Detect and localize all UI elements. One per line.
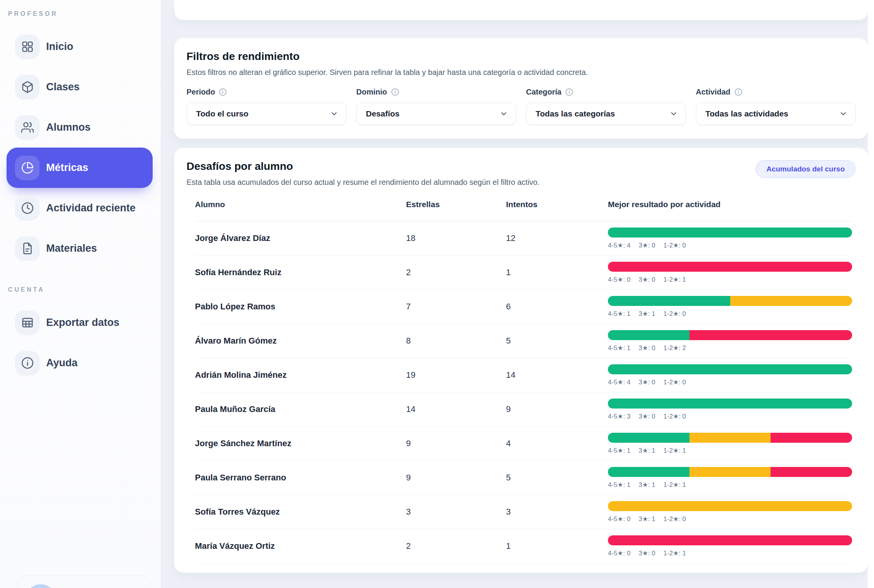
result-stacked-bar [608,535,852,545]
attempts-value: 12 [506,233,608,243]
attempts-value: 3 [506,507,608,517]
avatar [26,584,56,588]
stars-value: 7 [406,302,506,312]
document-icon [21,242,34,255]
filter-select-periodo[interactable]: Todo el curso [186,103,346,125]
sidebar-item-label: Materiales [46,243,97,254]
filter-select-value: Todas las actividades [706,109,789,118]
filter-select-value: Todo el curso [196,109,248,118]
filter-select-dominio[interactable]: Desafíos [356,103,516,125]
attempts-value: 6 [506,302,608,312]
table-row: María Vázquez Ortiz 2 1 4-5★: 0 3★: 0 1-… [195,529,852,563]
filter-grid: Periodo Todo el curso Dominio [186,88,856,125]
previous-card-bottom [174,0,868,20]
info-icon[interactable] [565,88,573,96]
filter-select-actividad[interactable]: Todas las actividades [696,103,856,125]
accumulated-badge: Acumulados del curso [756,160,856,178]
student-name: Paula Muñoz García [195,404,406,414]
filter-field-label: Dominio [356,88,387,96]
sidebar-item-label: Alumnos [46,121,91,133]
column-header-estrellas: Estrellas [406,200,506,209]
sidebar-item-clases[interactable]: Clases [7,67,153,107]
stars-value: 9 [406,439,506,448]
attempts-value: 14 [506,370,608,380]
stars-value: 14 [406,404,506,414]
table-row: Jorge Sánchez Martínez 9 4 4-5★: 1 3★: 1… [195,427,852,461]
table-row: Sofía Hernández Ruiz 2 1 4-5★: 0 3★: 0 1… [195,256,852,290]
table-row: Sofía Torres Vázquez 3 3 4-5★: 0 3★: 1 1… [195,495,852,529]
student-name: Pablo López Ramos [195,302,406,312]
sidebar-item-metricas[interactable]: Métricas [7,148,153,188]
students-table: Alumno Estrellas Intentos Mejor resultad… [195,200,852,563]
clock-icon [21,202,34,214]
filters-description: Estos filtros no alteran el gráfico supe… [186,68,856,77]
student-name: Álvaro Marín Gómez [195,336,406,346]
table-row: Adrián Molina Jiménez 19 14 4-5★: 4 3★: … [195,358,852,392]
sidebar-nav-profesor: Inicio Clases Alumnos Métricas Actividad… [0,27,161,269]
table-row: Jorge Álvarez Díaz 18 12 4-5★: 4 3★: 0 1… [195,221,852,256]
column-header-alumno: Alumno [195,200,406,209]
filter-field-label: Actividad [696,88,731,96]
info-icon[interactable] [734,88,742,96]
sidebar: PROFESOR Inicio Clases Alumnos Métricas … [0,0,161,588]
filter-field: Categoría Todas las categorías [526,88,686,125]
result-stacked-bar [608,296,852,306]
chevron-down-icon [839,110,847,118]
main-content: Filtros de rendimiento Estos filtros no … [174,0,868,573]
sidebar-item-label: Clases [46,81,80,93]
result-stacked-bar [608,364,852,374]
result-bar-cell: 4-5★: 1 3★: 1 1-2★: 0 [608,296,852,318]
student-name: Adrián Molina Jiménez [195,370,406,380]
result-bar-cell: 4-5★: 0 3★: 0 1-2★: 1 [608,535,852,557]
table-description: Esta tabla usa acumulados del curso actu… [186,178,539,187]
result-bar-cell: 4-5★: 0 3★: 1 1-2★: 0 [608,501,852,523]
students-table-card: Desafíos por alumno Esta tabla usa acumu… [174,148,868,573]
attempts-value: 1 [506,541,608,551]
chevron-down-icon [669,110,678,118]
result-bar-cell: 4-5★: 1 3★: 0 1-2★: 2 [608,330,852,352]
info-icon[interactable] [219,88,227,96]
stars-value: 18 [406,233,506,243]
student-name: María Vázquez Ortiz [195,541,406,551]
sidebar-item-materiales[interactable]: Materiales [7,228,153,269]
grid-icon [21,40,34,53]
result-bar-cell: 4-5★: 0 3★: 0 1-2★: 1 [608,262,852,284]
sidebar-section-profesor: PROFESOR [8,10,161,17]
sidebar-item-alumnos[interactable]: Alumnos [7,107,153,148]
table-icon [21,316,34,329]
result-breakdown-label: 4-5★: 0 3★: 0 1-2★: 1 [608,276,852,284]
info-icon[interactable] [391,88,399,96]
attempts-value: 5 [506,473,608,483]
sidebar-item-label: Actividad reciente [46,202,136,214]
chevron-down-icon [330,110,338,118]
attempts-value: 9 [506,404,608,414]
attempts-value: 4 [506,439,608,448]
sidebar-item-exportar[interactable]: Exportar datos [7,302,153,343]
result-breakdown-label: 4-5★: 1 3★: 1 1-2★: 1 [608,447,852,455]
result-bar-cell: 4-5★: 4 3★: 0 1-2★: 0 [608,364,852,386]
table-row: Álvaro Marín Gómez 8 5 4-5★: 1 3★: 0 1-2… [195,324,852,358]
result-breakdown-label: 4-5★: 0 3★: 0 1-2★: 1 [608,549,852,557]
result-breakdown-label: 4-5★: 1 3★: 1 1-2★: 0 [608,310,852,318]
column-header-intentos: Intentos [506,200,608,209]
result-bar-cell: 4-5★: 4 3★: 0 1-2★: 0 [608,228,852,249]
table-title: Desafíos por alumno [186,160,539,173]
stars-value: 8 [406,336,506,346]
sidebar-item-label: Métricas [46,162,88,174]
user-profile-card[interactable] [17,575,151,588]
student-name: Jorge Sánchez Martínez [195,439,406,448]
info-icon [21,357,34,369]
sidebar-item-inicio[interactable]: Inicio [7,27,153,67]
table-row: Pablo López Ramos 7 6 4-5★: 1 3★: 1 1-2★… [195,290,852,324]
filter-field: Dominio Desafíos [356,88,516,125]
users-icon [21,121,34,134]
table-header-row: Alumno Estrellas Intentos Mejor resultad… [195,200,852,221]
result-stacked-bar [608,262,852,272]
sidebar-item-label: Inicio [46,41,73,53]
sidebar-item-ayuda[interactable]: Ayuda [7,343,153,383]
student-name: Paula Serrano Serrano [195,473,406,483]
filter-select-categoría[interactable]: Todas las categorías [526,103,686,125]
result-breakdown-label: 4-5★: 0 3★: 1 1-2★: 0 [608,515,852,523]
result-bar-cell: 4-5★: 1 3★: 1 1-2★: 1 [608,467,852,489]
sidebar-item-actividad[interactable]: Actividad reciente [7,188,153,228]
